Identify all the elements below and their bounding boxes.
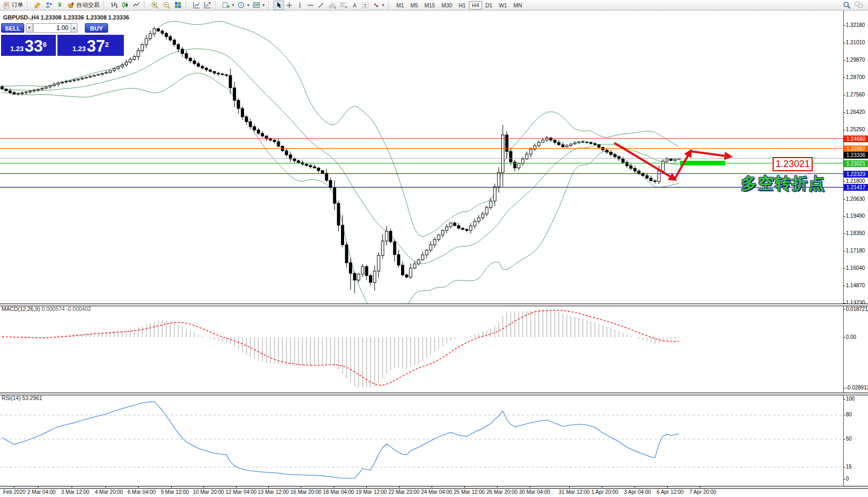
zoom-in-button[interactable] <box>149 1 161 10</box>
auto-trading-button[interactable]: 自动交易 <box>65 1 101 10</box>
candle-bull <box>413 264 416 268</box>
cn-note-annotation[interactable]: 多空转折点 <box>741 173 825 194</box>
candle-bear <box>173 40 175 45</box>
candle-bull <box>25 92 27 93</box>
highlighter-icon <box>34 1 42 9</box>
buy-button[interactable]: BUY <box>85 23 108 33</box>
horizontal-line-button[interactable] <box>305 1 316 10</box>
tab-timeframe-m30[interactable]: M30 <box>438 1 455 9</box>
indicator-window-add-button[interactable] <box>202 1 213 10</box>
toolbar-separator <box>215 1 219 9</box>
candle-bear <box>1 86 4 89</box>
tab-timeframe-m1[interactable]: M1 <box>393 1 407 9</box>
candle-bear <box>590 142 592 143</box>
candle-bear <box>365 267 368 276</box>
arrow-objects-icon <box>372 2 380 9</box>
candle-bear <box>157 29 160 31</box>
cursor-button[interactable] <box>274 1 284 10</box>
tab-timeframe-h4[interactable]: H4 <box>469 1 482 9</box>
channel-button[interactable]: E <box>326 1 338 10</box>
time-axis-tick <box>203 486 204 489</box>
candlestick-chart-button[interactable] <box>120 1 131 10</box>
price-axis-label: 1.28700 <box>846 74 865 80</box>
candle-bear <box>245 117 248 122</box>
pane-separator[interactable] <box>0 304 868 306</box>
time-axis-tick <box>569 486 570 489</box>
macd-pane[interactable] <box>0 305 843 393</box>
candle-bear <box>241 109 244 117</box>
template-button[interactable]: ▾ <box>251 1 266 10</box>
candle-bull <box>470 226 472 231</box>
text-button[interactable]: A <box>349 1 360 10</box>
signals-button[interactable] <box>54 1 65 10</box>
vertical-line-button[interactable] <box>295 1 305 10</box>
svg-text:A: A <box>353 2 357 8</box>
volume-down-stepper[interactable]: ▼ <box>26 23 33 33</box>
indicator-window-button[interactable] <box>191 1 202 10</box>
candle-bear <box>369 276 372 282</box>
candle-bull <box>377 255 380 271</box>
rsi-axis-tick <box>843 479 845 480</box>
time-axis-label: 12 Mar 04:00 <box>226 489 257 495</box>
time-axis-tick <box>602 486 602 489</box>
candle-bull <box>57 83 60 84</box>
expert-advisor-button[interactable] <box>43 1 54 10</box>
price-axis-tick <box>843 77 845 78</box>
candle-bear <box>598 144 600 147</box>
buy-price-pip: 2 <box>105 35 109 55</box>
pane-separator[interactable] <box>0 393 868 395</box>
candle-bear <box>297 161 300 162</box>
macd-signal-line <box>2 310 679 385</box>
green-highlight-box[interactable] <box>680 161 725 165</box>
crosshair-button[interactable] <box>284 1 295 10</box>
text-label-button[interactable]: T <box>360 1 370 10</box>
price-axis-tick <box>843 25 845 26</box>
candle-bear <box>161 31 164 33</box>
rsi-axis-tick <box>843 399 845 399</box>
new-order-button[interactable]: 订单 <box>1 1 25 10</box>
sell-button[interactable]: SELL <box>1 23 24 33</box>
period-button[interactable]: ▾ <box>236 1 251 10</box>
candle-bull <box>129 60 132 62</box>
equidistant-channel-icon: E <box>328 2 336 9</box>
tab-timeframe-h1[interactable]: H1 <box>455 1 469 9</box>
line-chart-button[interactable] <box>131 1 142 10</box>
add-indicator-button[interactable]: ▾ <box>220 1 236 10</box>
candle-bull <box>674 159 676 160</box>
rsi-pane[interactable] <box>0 394 843 486</box>
zoom-out-button[interactable] <box>161 1 172 10</box>
trend-arrow[interactable] <box>690 151 730 157</box>
candle-bull <box>21 93 24 93</box>
arrows-button[interactable]: ▾ <box>370 1 386 10</box>
search-icon[interactable] <box>843 1 851 9</box>
time-axis-label: 16 Mar 20:00 <box>290 489 321 495</box>
candle-bull <box>41 88 44 89</box>
tab-timeframe-mn[interactable]: MN <box>510 1 525 9</box>
tab-timeframe-m15[interactable]: M15 <box>421 1 438 9</box>
price-tag-annotation[interactable]: 1.23021 <box>773 157 813 171</box>
volume-up-stepper[interactable]: ▲ <box>71 23 77 33</box>
macd-main-value: 0.000574 <box>42 306 65 312</box>
candle-bull <box>49 85 52 86</box>
vertical-line-icon <box>296 2 304 9</box>
tile-windows-button[interactable] <box>172 1 183 10</box>
bar-chart-button[interactable] <box>109 1 120 10</box>
rsi-axis-label: 15 <box>846 464 852 470</box>
chat-icon[interactable] <box>854 1 864 9</box>
highlight-button[interactable] <box>32 1 43 10</box>
svg-text:T: T <box>364 2 367 8</box>
macd-signal-value: -0.000402 <box>66 306 91 312</box>
bollinger-middle-line <box>2 49 679 264</box>
tab-timeframe-d1[interactable]: D1 <box>482 1 495 9</box>
candle-bull <box>565 145 568 147</box>
tab-timeframe-m5[interactable]: M5 <box>407 1 422 9</box>
cursor-icon <box>275 2 282 9</box>
template-icon <box>252 1 260 9</box>
tab-timeframe-w1[interactable]: W1 <box>495 1 510 9</box>
main-chart-pane[interactable] <box>0 11 843 304</box>
time-axis-tick <box>635 486 635 489</box>
trendline-button[interactable] <box>316 1 326 10</box>
volume-input[interactable] <box>33 23 71 33</box>
candle-bull <box>53 84 55 85</box>
fibonacci-button[interactable]: F <box>338 1 349 10</box>
